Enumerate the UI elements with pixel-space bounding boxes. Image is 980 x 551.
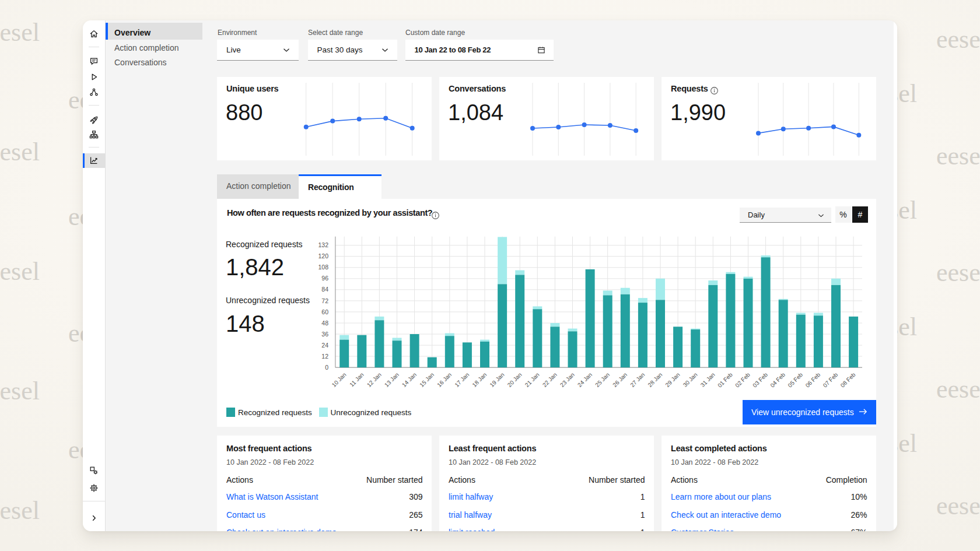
svg-text:06 Feb: 06 Feb xyxy=(804,371,822,388)
svg-text:05 Feb: 05 Feb xyxy=(786,371,804,388)
svg-text:01 Feb: 01 Feb xyxy=(716,371,734,388)
svg-text:12: 12 xyxy=(321,352,328,359)
svg-text:23 Jan: 23 Jan xyxy=(559,371,576,388)
svg-text:120: 120 xyxy=(318,252,328,259)
svg-text:31 Jan: 31 Jan xyxy=(699,371,716,388)
svg-text:02 Feb: 02 Feb xyxy=(734,371,751,388)
svg-text:30 Jan: 30 Jan xyxy=(682,371,699,388)
svg-text:60: 60 xyxy=(321,308,328,315)
svg-text:11 Jan: 11 Jan xyxy=(348,371,365,387)
svg-text:29 Jan: 29 Jan xyxy=(664,371,681,388)
svg-text:25 Jan: 25 Jan xyxy=(594,371,611,388)
svg-text:28 Jan: 28 Jan xyxy=(646,371,663,388)
svg-text:0: 0 xyxy=(325,363,328,370)
svg-text:15 Jan: 15 Jan xyxy=(418,371,435,388)
svg-text:04 Feb: 04 Feb xyxy=(769,371,786,388)
svg-text:19 Jan: 19 Jan xyxy=(489,371,506,388)
svg-text:22 Jan: 22 Jan xyxy=(541,371,558,388)
svg-text:27 Jan: 27 Jan xyxy=(629,371,646,388)
svg-text:10 Jan: 10 Jan xyxy=(331,371,348,388)
svg-text:96: 96 xyxy=(321,275,328,282)
svg-text:26 Jan: 26 Jan xyxy=(611,371,628,388)
svg-text:07 Feb: 07 Feb xyxy=(822,371,839,388)
svg-text:132: 132 xyxy=(318,241,328,248)
svg-text:21 Jan: 21 Jan xyxy=(524,371,541,388)
svg-text:17 Jan: 17 Jan xyxy=(453,371,470,388)
svg-text:84: 84 xyxy=(321,286,328,293)
svg-text:36: 36 xyxy=(321,330,328,337)
svg-text:13 Jan: 13 Jan xyxy=(383,371,400,388)
svg-text:14 Jan: 14 Jan xyxy=(401,371,418,388)
svg-text:18 Jan: 18 Jan xyxy=(471,371,488,388)
svg-text:24: 24 xyxy=(321,341,328,348)
svg-text:24 Jan: 24 Jan xyxy=(576,371,593,388)
svg-text:08 Feb: 08 Feb xyxy=(839,371,857,388)
svg-text:03 Feb: 03 Feb xyxy=(751,371,769,388)
svg-text:12 Jan: 12 Jan xyxy=(366,371,383,388)
svg-text:108: 108 xyxy=(318,264,328,271)
svg-text:16 Jan: 16 Jan xyxy=(436,371,453,388)
svg-text:48: 48 xyxy=(321,319,328,326)
svg-text:20 Jan: 20 Jan xyxy=(506,371,523,388)
svg-text:72: 72 xyxy=(321,297,328,304)
